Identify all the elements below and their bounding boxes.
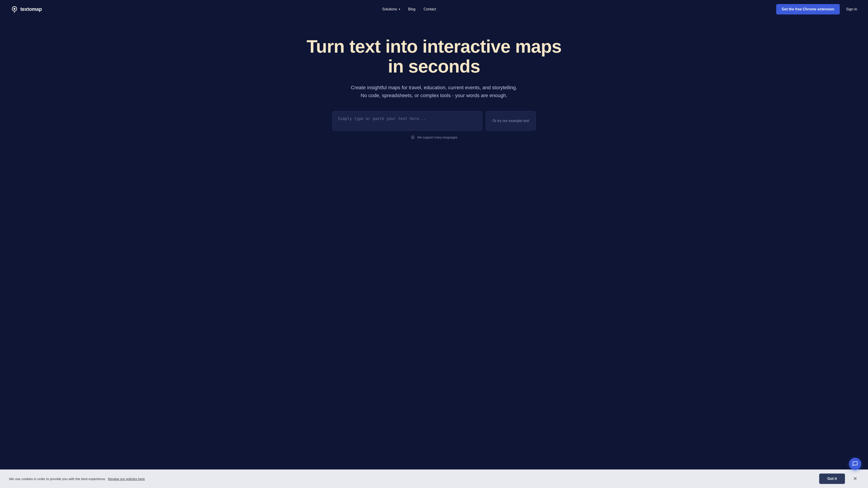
example-text-button[interactable]: Or try our example text (486, 111, 536, 131)
languages-label: We support many languages (417, 135, 458, 139)
close-cookie-button[interactable]: ✕ (851, 475, 859, 483)
logo-text: textomap (20, 6, 42, 12)
blog-link[interactable]: Blog (408, 7, 415, 11)
input-area: Or try our example text (332, 111, 536, 131)
globe-icon (410, 135, 415, 140)
cookie-text: We use cookies in order to provide you w… (9, 477, 145, 481)
signin-link[interactable]: Sign in (846, 7, 857, 11)
cookie-actions: Got it ✕ (819, 474, 859, 484)
text-input[interactable] (332, 111, 482, 131)
hero-section: Turn text into interactive maps in secon… (0, 19, 868, 149)
logo[interactable]: textomap (11, 6, 42, 13)
chevron-down-icon: ▾ (399, 8, 400, 11)
contact-link[interactable]: Contact (424, 7, 436, 11)
nav-links: Solutions ▾ Blog Contact (382, 7, 436, 11)
svg-point-1 (13, 8, 16, 10)
nav-right: Get the free Chrome extension Sign in (776, 4, 857, 14)
chat-button[interactable] (849, 458, 861, 470)
cookie-banner: We use cookies in order to provide you w… (0, 469, 868, 488)
got-it-button[interactable]: Got it (819, 474, 845, 484)
cookie-policy-link[interactable]: Review our policies here (108, 477, 145, 481)
chrome-extension-button[interactable]: Get the free Chrome extension (776, 4, 840, 14)
hero-title: Turn text into interactive maps in secon… (298, 37, 569, 76)
chat-bubble-icon (852, 461, 858, 467)
logo-icon (11, 6, 18, 13)
solutions-link[interactable]: Solutions ▾ (382, 7, 400, 11)
navbar: textomap Solutions ▾ Blog Contact Get th… (0, 0, 868, 19)
languages-row: We support many languages (410, 135, 458, 140)
hero-subtitle: Create insightful maps for travel, educa… (351, 84, 517, 99)
